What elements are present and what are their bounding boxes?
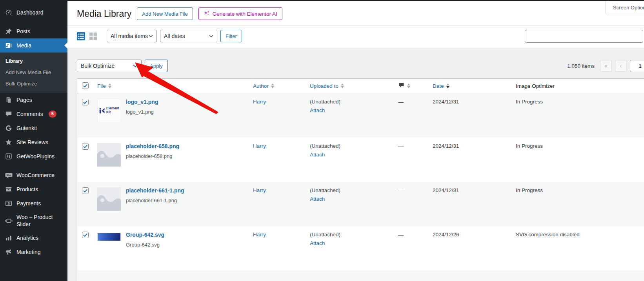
filter-button[interactable]: Filter — [220, 30, 242, 42]
filter-bar: All media items All dates Filter — [67, 25, 644, 48]
optimizer-status-cell: In Progress — [516, 138, 644, 182]
search-input[interactable] — [525, 30, 643, 43]
submenu-item-add-new-media-file[interactable]: Add New Media File — [0, 67, 67, 78]
media-thumbnail[interactable] — [97, 233, 121, 241]
pagination: 1,050 items « ‹ — [567, 60, 644, 72]
sidebar-item-pages[interactable]: Pages — [0, 93, 67, 107]
date-cell: 2024/12/31 — [433, 182, 516, 226]
comment-icon — [5, 110, 13, 118]
author-link[interactable]: Harry — [253, 232, 266, 237]
attach-link[interactable]: Attach — [310, 240, 325, 246]
file-name: placeholder-661-1.png — [126, 198, 184, 203]
pushpin-icon — [5, 27, 13, 35]
file-title-link[interactable]: placeholder-661-1.png — [126, 187, 184, 194]
star-icon — [5, 138, 13, 146]
products-icon — [5, 185, 13, 193]
sidebar-item-label: Products — [16, 186, 38, 193]
sort-file-header[interactable]: File — [97, 83, 111, 89]
comments-count-cell: — — [398, 226, 433, 270]
table-row: Group-642.svgGroup-642.svgHarry(Unattach… — [77, 226, 644, 270]
submenu-item-bulk-optimize[interactable]: Bulk Optimize — [0, 78, 67, 89]
sort-author-header[interactable]: Author — [253, 83, 274, 89]
sidebar-item-posts[interactable]: Posts — [0, 24, 67, 38]
sort-comments-header[interactable] — [398, 82, 410, 90]
slider-icon — [5, 217, 13, 225]
author-link[interactable]: Harry — [253, 187, 266, 193]
bulk-action-select[interactable]: Bulk Optimize — [77, 60, 142, 72]
sidebar-item-label: Site Reviews — [16, 139, 48, 146]
main-content: Screen Options Media Library Add New Med… — [67, 1, 644, 281]
sidebar-item-woocommerce[interactable]: WooWooCommerce — [0, 168, 67, 182]
prev-page-button[interactable]: ‹ — [615, 60, 627, 72]
date-cell: 2024/12/26 — [433, 226, 516, 270]
items-count: 1,050 items — [567, 63, 595, 69]
uploaded-header-label: Uploaded to — [310, 83, 338, 89]
media-thumbnail[interactable] — [97, 143, 121, 167]
current-page-input[interactable] — [630, 60, 644, 72]
optimizer-status-cell: In Progress — [516, 182, 644, 226]
sidebar-item-label: Analytics — [16, 234, 38, 241]
uploaded-status: (Unattached) — [310, 99, 398, 105]
attach-link[interactable]: Attach — [310, 152, 325, 158]
chevron-down-icon — [149, 34, 153, 38]
attach-link[interactable]: Attach — [310, 107, 325, 113]
sort-uploaded-header[interactable]: Uploaded to — [310, 83, 344, 89]
date-filter-select[interactable]: All dates — [160, 30, 217, 42]
sidebar-item-site-reviews[interactable]: Site Reviews — [0, 135, 67, 149]
sparkle-icon — [204, 10, 210, 18]
sidebar-item-media[interactable]: Media — [0, 38, 67, 53]
megaphone-icon — [5, 248, 13, 256]
submenu-item-library[interactable]: Library — [0, 55, 67, 67]
sidebar-item-getwooplugins[interactable]: GetWooPlugins — [0, 149, 67, 163]
analytics-icon — [5, 234, 13, 242]
media-type-value: All media items — [111, 33, 148, 39]
sidebar-item-label: Payments — [16, 200, 41, 207]
sidebar-item-analytics[interactable]: Analytics — [0, 231, 67, 245]
media-thumbnail[interactable] — [97, 187, 121, 211]
author-link[interactable]: Harry — [253, 143, 266, 149]
first-page-button[interactable]: « — [600, 60, 612, 72]
sidebar-item-comments[interactable]: Comments5 — [0, 107, 67, 121]
sidebar-item-label: Marketing — [16, 248, 40, 256]
file-name: Group-642.svg — [126, 242, 164, 248]
sidebar-item-marketing[interactable]: Marketing — [0, 245, 67, 259]
sidebar-item-label: GetWooPlugins — [16, 153, 55, 160]
table-row: Element Kitlogo_v1.pnglogo_v1.pngHarry(U… — [77, 93, 644, 138]
file-title-link[interactable]: Group-642.svg — [126, 232, 164, 238]
media-type-select[interactable]: All media items — [107, 30, 157, 42]
sidebar-item-woo-product-slider[interactable]: Woo – Product Slider — [0, 210, 67, 231]
optimizer-status-cell: SVG compression disabled — [516, 226, 644, 270]
sort-date-header[interactable]: Date — [433, 83, 449, 89]
sidebar-item-label: Gutenkit — [16, 125, 37, 132]
sidebar-item-dashboard[interactable]: Dashboard — [0, 5, 67, 20]
sidebar-item-label: WooCommerce — [16, 172, 55, 179]
apply-button[interactable]: Apply — [145, 60, 168, 72]
row-checkbox[interactable] — [82, 99, 89, 105]
screen-options-button[interactable]: Screen Options — [606, 1, 644, 14]
comments-count-cell: — — [398, 93, 433, 138]
author-header-label: Author — [253, 83, 269, 89]
generate-elementor-ai-button[interactable]: Generate with Elementor AI — [198, 7, 282, 20]
grid-view-icon[interactable] — [89, 32, 97, 40]
author-link[interactable]: Harry — [253, 99, 266, 105]
attach-link[interactable]: Attach — [310, 196, 325, 202]
media-thumbnail[interactable]: Element Kit — [97, 99, 121, 122]
comments-count-badge: 5 — [49, 111, 56, 117]
sidebar-item-label: Dashboard — [16, 9, 44, 16]
file-title-link[interactable]: logo_v1.png — [126, 99, 158, 105]
sidebar-item-label: Woo – Product Slider — [16, 214, 63, 228]
row-checkbox[interactable] — [82, 187, 89, 194]
page-header-area: Media Library Add New Media File Generat… — [67, 1, 644, 48]
sidebar-item-gutenkit[interactable]: Gutenkit — [0, 121, 67, 135]
row-checkbox[interactable] — [82, 232, 89, 238]
file-title-link[interactable]: placeholder-658.png — [126, 143, 179, 149]
table-row: placeholder-658.pngplaceholder-658.pngHa… — [77, 138, 644, 182]
list-view-icon[interactable] — [77, 32, 85, 40]
row-checkbox[interactable] — [82, 143, 89, 150]
sidebar-item-products[interactable]: Products — [0, 182, 67, 196]
date-header-label: Date — [433, 83, 444, 89]
add-new-media-button[interactable]: Add New Media File — [137, 7, 193, 20]
svg-text:Woo: Woo — [6, 174, 11, 176]
sidebar-item-payments[interactable]: $Payments — [0, 196, 67, 210]
select-all-checkbox[interactable] — [82, 82, 89, 89]
